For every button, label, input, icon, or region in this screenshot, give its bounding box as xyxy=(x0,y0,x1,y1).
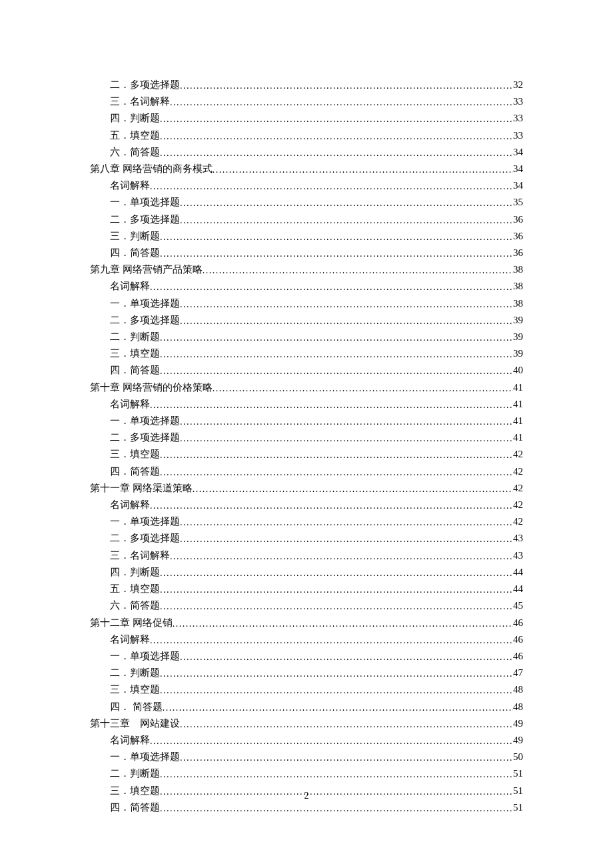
toc-entry[interactable]: 三．名词解释33 xyxy=(90,93,523,110)
toc-entry-title: 一．单项选择题 xyxy=(110,413,180,429)
toc-entry-page: 49 xyxy=(513,732,523,748)
toc-entry-page: 34 xyxy=(513,177,523,193)
toc-leader-dots xyxy=(160,129,513,145)
toc-entry-page: 51 xyxy=(513,799,523,815)
toc-entry-title: 二．多项选择题 xyxy=(110,530,180,546)
toc-leader-dots xyxy=(160,565,513,581)
toc-entry-page: 39 xyxy=(513,312,523,328)
toc-entry-title: 四．判断题 xyxy=(110,110,160,126)
toc-entry[interactable]: 二．多项选择题32 xyxy=(90,77,523,93)
toc-entry[interactable]: 名词解释46 xyxy=(90,631,523,648)
toc-entry[interactable]: 三．填空题48 xyxy=(90,681,523,698)
toc-entry[interactable]: 四．简答题40 xyxy=(90,362,523,379)
toc-entry[interactable]: 四．简答题42 xyxy=(90,463,523,480)
toc-entry[interactable]: 第十章 网络营销的价格策略41 xyxy=(90,379,523,396)
toc-entry-page: 33 xyxy=(513,110,523,126)
toc-entry-page: 33 xyxy=(513,127,523,143)
page-number: 2 xyxy=(0,791,613,801)
toc-entry[interactable]: 五．填空题44 xyxy=(90,581,523,597)
toc-entry[interactable]: 第十二章 网络促销46 xyxy=(90,615,523,631)
toc-entry[interactable]: 三．判断题36 xyxy=(90,228,523,245)
toc-entry-page: 40 xyxy=(513,362,523,378)
toc-entry[interactable]: 一．单项选择题35 xyxy=(90,194,523,211)
toc-entry-page: 49 xyxy=(513,715,523,731)
toc-entry-title: 三．填空题 xyxy=(110,345,160,361)
toc-entry-page: 39 xyxy=(513,329,523,345)
toc-entry[interactable]: 五．填空题33 xyxy=(90,127,523,144)
toc-entry-page: 41 xyxy=(513,429,523,445)
toc-entry[interactable]: 四．判断题33 xyxy=(90,110,523,127)
toc-leader-dots xyxy=(180,195,513,211)
toc-leader-dots xyxy=(180,750,513,766)
toc-entry-page: 42 xyxy=(513,463,523,479)
toc-leader-dots xyxy=(160,465,513,481)
toc-entry[interactable]: 四．判断题44 xyxy=(90,564,523,581)
toc-entry-page: 44 xyxy=(513,581,523,597)
toc-entry[interactable]: 二．多项选择题41 xyxy=(90,429,523,446)
toc-leader-dots xyxy=(160,582,513,598)
toc-entry-page: 38 xyxy=(513,295,523,311)
toc-entry[interactable]: 第八章 网络营销的商务模式34 xyxy=(90,161,523,177)
toc-entry[interactable]: 一．单项选择题50 xyxy=(90,749,523,765)
toc-entry[interactable]: 四．简答题51 xyxy=(90,799,523,816)
toc-entry-title: 四．简答题 xyxy=(110,799,160,815)
toc-entry[interactable]: 六．简答题34 xyxy=(90,144,523,161)
toc-entry[interactable]: 二．多项选择题36 xyxy=(90,211,523,228)
toc-entry[interactable]: 三．填空题42 xyxy=(90,446,523,463)
toc-entry-title: 三．判断题 xyxy=(110,228,160,244)
toc-leader-dots xyxy=(150,279,513,295)
toc-entry-page: 51 xyxy=(513,765,523,781)
toc-entry-title: 四．简答题 xyxy=(110,245,160,261)
toc-entry-title: 四． 简答题 xyxy=(110,699,163,715)
toc-entry[interactable]: 第九章 网络营销产品策略38 xyxy=(90,261,523,278)
toc-entry-title: 第十二章 网络促销 xyxy=(90,615,173,631)
toc-entry-title: 一．单项选择题 xyxy=(110,194,180,210)
toc-leader-dots xyxy=(150,397,513,413)
toc-entry[interactable]: 六．简答题45 xyxy=(90,597,523,614)
toc-entry-page: 45 xyxy=(513,597,523,613)
toc-entry[interactable]: 二．判断题51 xyxy=(90,765,523,782)
toc-entry[interactable]: 二．多项选择题39 xyxy=(90,312,523,329)
toc-entry-title: 六．简答题 xyxy=(110,597,160,613)
toc-leader-dots xyxy=(160,767,513,783)
toc-entry-page: 46 xyxy=(513,615,523,631)
toc-entry-title: 四．简答题 xyxy=(110,362,160,378)
toc-entry[interactable]: 三．名词解释43 xyxy=(90,547,523,564)
toc-entry[interactable]: 一．单项选择题41 xyxy=(90,413,523,429)
toc-entry-page: 38 xyxy=(513,261,523,277)
toc-entry[interactable]: 四． 简答题48 xyxy=(90,699,523,715)
toc-entry[interactable]: 二．判断题47 xyxy=(90,665,523,681)
toc-entry[interactable]: 第十三章 网站建设49 xyxy=(90,715,523,732)
toc-entry[interactable]: 二．多项选择题43 xyxy=(90,530,523,547)
toc-leader-dots xyxy=(203,263,513,279)
toc-entry-page: 42 xyxy=(513,497,523,513)
toc-entry[interactable]: 名词解释49 xyxy=(90,732,523,749)
toc-entry[interactable]: 一．单项选择题38 xyxy=(90,295,523,312)
toc-entry[interactable]: 二．判断题39 xyxy=(90,329,523,345)
toc-entry[interactable]: 四．简答题36 xyxy=(90,245,523,261)
toc-entry-title: 第十一章 网络渠道策略 xyxy=(90,480,193,496)
toc-leader-dots xyxy=(160,363,513,379)
toc-entry-title: 第十章 网络营销的价格策略 xyxy=(90,379,213,395)
toc-entry[interactable]: 名词解释34 xyxy=(90,177,523,194)
toc-entry-title: 第八章 网络营销的商务模式 xyxy=(90,161,213,177)
toc-entry[interactable]: 名词解释41 xyxy=(90,396,523,413)
toc-leader-dots xyxy=(160,447,513,463)
toc-entry-page: 46 xyxy=(513,648,523,664)
toc-entry-page: 36 xyxy=(513,228,523,244)
toc-entry[interactable]: 一．单项选择题42 xyxy=(90,513,523,530)
toc-entry[interactable]: 名词解释42 xyxy=(90,497,523,513)
toc-entry-title: 三．名词解释 xyxy=(110,93,170,109)
toc-entry[interactable]: 三．填空题39 xyxy=(90,345,523,362)
toc-entry[interactable]: 第十一章 网络渠道策略42 xyxy=(90,480,523,497)
toc-entry-page: 48 xyxy=(513,681,523,697)
toc-leader-dots xyxy=(160,145,513,161)
toc-entry-title: 一．单项选择题 xyxy=(110,648,180,664)
toc-entry-title: 四．简答题 xyxy=(110,463,160,479)
toc-entry-title: 二．多项选择题 xyxy=(110,77,180,93)
toc-entry[interactable]: 一．单项选择题46 xyxy=(90,648,523,665)
toc-entry[interactable]: 名词解释38 xyxy=(90,278,523,295)
toc-entry-title: 五．填空题 xyxy=(110,127,160,143)
toc-leader-dots xyxy=(150,733,513,749)
toc-leader-dots xyxy=(163,700,513,716)
